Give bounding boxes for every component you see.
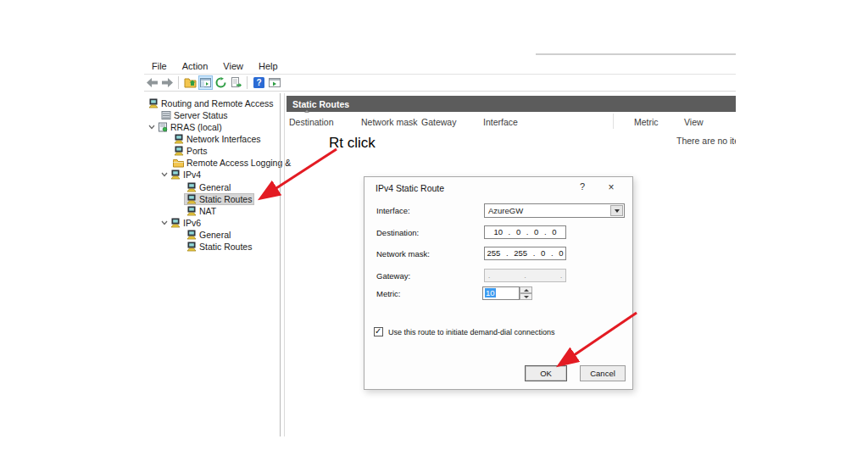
- tree-item-label: Routing and Remote Access: [161, 98, 274, 108]
- tree-item-label: General: [199, 230, 231, 240]
- metric-field[interactable]: 10: [482, 286, 520, 300]
- hub-icon: [147, 98, 159, 108]
- column-network-mask[interactable]: Network mask: [361, 117, 418, 127]
- interface-dropdown[interactable]: AzureGW: [484, 203, 625, 218]
- tree-item-ipv6[interactable]: IPv6: [159, 217, 201, 229]
- ok-button[interactable]: OK: [525, 365, 567, 381]
- tree-item-nat[interactable]: NAT: [186, 205, 216, 217]
- column-view[interactable]: View: [684, 117, 704, 127]
- metric-value: 10: [485, 288, 496, 297]
- dialog-title: IPv4 Static Route: [376, 183, 444, 193]
- cancel-button[interactable]: Cancel: [580, 365, 626, 381]
- tree-item-ipv6-static-routes[interactable]: Static Routes: [186, 241, 252, 253]
- show-hide-console-tree-icon[interactable]: [198, 75, 213, 90]
- toolbar-bottom-edge: [144, 91, 736, 92]
- tree-item-label: IPv4: [183, 170, 201, 180]
- hub-icon: [186, 206, 197, 216]
- column-divider: [613, 114, 614, 129]
- tree-item-label: Static Routes: [199, 242, 252, 252]
- tree-item-server-status[interactable]: Server Status: [160, 109, 228, 121]
- forward-icon[interactable]: [160, 75, 175, 90]
- column-destination[interactable]: Destination: [289, 117, 334, 127]
- spinner-down-icon[interactable]: [520, 293, 532, 300]
- tree-item-label: Static Routes: [199, 194, 252, 204]
- refresh-icon[interactable]: [214, 75, 228, 90]
- tree-item-label: Server Status: [174, 110, 228, 120]
- metric-label: Metric:: [376, 289, 401, 298]
- tree-item-label: Remote Access Logging &: [186, 158, 291, 168]
- svg-text:?: ?: [256, 78, 261, 87]
- tree-item-routing-and-remote-access[interactable]: Routing and Remote Access: [147, 97, 274, 109]
- gateway-label: Gateway:: [376, 271, 410, 281]
- dialog-title-bar: IPv4 Static Route: [364, 177, 632, 199]
- toolbar: ?: [144, 75, 736, 91]
- hub-icon: [186, 194, 197, 204]
- tree-item-ports[interactable]: Ports: [173, 145, 208, 157]
- new-window-icon[interactable]: [267, 75, 281, 90]
- server-status-icon: [160, 110, 171, 120]
- help-icon[interactable]: ?: [252, 75, 266, 90]
- destination-field[interactable]: 10 . 0 . 0 . 0: [484, 225, 566, 239]
- demand-dial-checkbox-row[interactable]: Use this route to initiate demand-dial c…: [374, 327, 555, 336]
- interface-value: AzureGW: [488, 206, 523, 215]
- hub-icon: [173, 134, 184, 144]
- destination-label: Destination:: [376, 228, 419, 237]
- column-gateway[interactable]: Gateway: [421, 117, 456, 127]
- results-pane-title: Static Routes: [292, 99, 349, 109]
- hub-icon: [186, 230, 197, 240]
- back-icon[interactable]: [145, 75, 159, 90]
- tree-item-label: RRAS (local): [170, 122, 222, 132]
- results-pane-title-bar: Static Routes: [287, 96, 736, 112]
- selected-highlight: Static Routes: [185, 194, 253, 204]
- column-interface[interactable]: Interface: [483, 117, 518, 127]
- chevron-expanded-icon[interactable]: [147, 125, 157, 130]
- hub-icon: [170, 218, 181, 228]
- tree-item-label: General: [199, 182, 231, 192]
- menu-help[interactable]: Help: [251, 61, 286, 71]
- window-top-edge: [536, 53, 736, 55]
- toolbar-separator: [247, 76, 248, 89]
- menu-file[interactable]: File: [144, 61, 175, 71]
- column-metric[interactable]: Metric: [634, 117, 659, 127]
- tree-item-ipv4-static-routes[interactable]: Static Routes: [185, 193, 253, 205]
- chevron-expanded-icon[interactable]: [159, 220, 170, 225]
- tree-item-ipv4-general[interactable]: General: [186, 181, 231, 193]
- screenshot-canvas: File Action View Help: [0, 0, 868, 467]
- menu-bar: File Action View Help: [144, 58, 736, 74]
- menu-action[interactable]: Action: [175, 61, 216, 71]
- tree-item-network-interfaces[interactable]: Network Interfaces: [173, 133, 261, 145]
- close-icon[interactable]: ×: [604, 181, 618, 195]
- tree-item-label: Network Interfaces: [186, 134, 261, 144]
- tree-item-label: NAT: [199, 206, 216, 216]
- sort-indicator-icon: [304, 110, 309, 113]
- toolbar-separator: [178, 76, 179, 89]
- dialog-help-button[interactable]: ?: [576, 181, 589, 195]
- hub-icon: [173, 146, 184, 156]
- export-list-icon[interactable]: [229, 75, 243, 90]
- hub-icon: [186, 182, 197, 192]
- gateway-field: . . .: [484, 269, 566, 282]
- network-mask-field[interactable]: 255 . 255 . 0 . 0: [484, 247, 566, 260]
- checkbox-checked-icon[interactable]: [374, 327, 383, 336]
- chevron-expanded-icon[interactable]: [159, 172, 170, 177]
- column-header-row: Destination Network mask Gateway Interfa…: [287, 112, 736, 131]
- tree-item-label: IPv6: [183, 218, 201, 228]
- chevron-down-icon[interactable]: [610, 205, 623, 216]
- pane-divider[interactable]: [280, 93, 281, 436]
- ipv4-static-route-dialog: IPv4 Static Route ? × Interface: AzureGW…: [364, 176, 633, 390]
- interface-label: Interface:: [376, 206, 410, 215]
- menu-view[interactable]: View: [215, 61, 251, 71]
- tree-item-remote-access-logging[interactable]: Remote Access Logging &: [173, 157, 291, 169]
- network-mask-label: Network mask:: [376, 249, 430, 259]
- hub-icon: [170, 170, 181, 180]
- metric-spinner: [520, 286, 532, 300]
- spinner-up-icon[interactable]: [520, 286, 532, 293]
- demand-dial-checkbox-label: Use this route to initiate demand-dial c…: [388, 328, 555, 336]
- tree-item-rras-local[interactable]: RRAS (local): [147, 121, 222, 133]
- tree-item-ipv6-general[interactable]: General: [186, 229, 231, 241]
- rt-click-annotation: Rt click: [329, 135, 376, 152]
- server-icon: [157, 122, 168, 132]
- tree-item-ipv4[interactable]: IPv4: [159, 169, 201, 181]
- up-one-level-folder-icon[interactable]: [183, 75, 198, 90]
- folder-icon: [173, 158, 184, 168]
